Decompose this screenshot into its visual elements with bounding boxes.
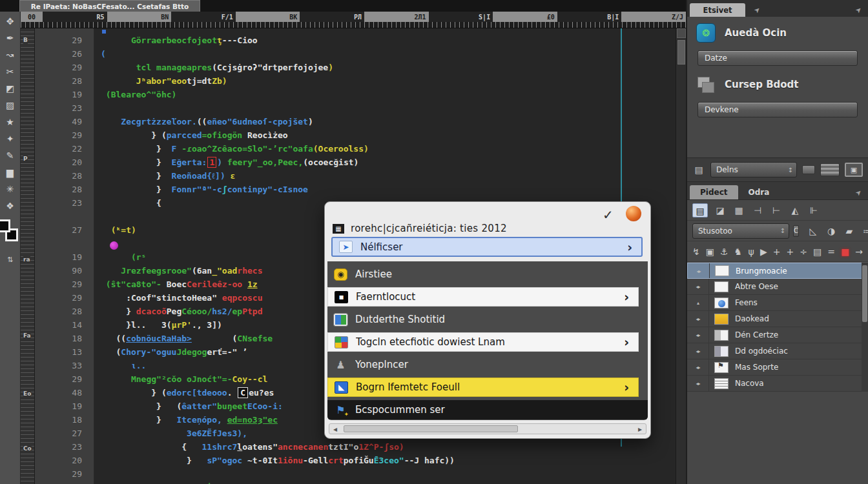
datze-button[interactable]: Datze xyxy=(698,50,858,66)
code-token: rhecs xyxy=(237,266,262,276)
scrollbar-thumb[interactable] xyxy=(862,265,867,322)
code-token: Chory-"oguu xyxy=(121,347,176,357)
swap-colors-icon[interactable]: ⇅ xyxy=(7,256,13,264)
scrollbar-thumb[interactable] xyxy=(677,40,685,65)
check-icon: ✓ xyxy=(603,207,614,223)
foreground-color-swatch[interactable] xyxy=(0,219,10,232)
knight-icon[interactable]: ♞ xyxy=(734,247,743,257)
expand-arrows-icon[interactable]: ◂▸ xyxy=(688,263,710,278)
scissors-tool-icon[interactable]: ✂ xyxy=(1,63,20,80)
stusotoo-dropdown[interactable]: Stusotoo xyxy=(692,223,789,239)
play-icon[interactable]: ▶ xyxy=(760,247,767,257)
menu-item[interactable]: ⚑Бcspocummen ser xyxy=(327,400,648,419)
menu-item[interactable]: ▪Faerntlocuct› xyxy=(327,287,639,307)
scroll-right-icon[interactable]: ▸ xyxy=(634,425,646,434)
corner-icon[interactable]: ◺ xyxy=(807,226,820,236)
tab-pidect[interactable]: Pidect xyxy=(690,185,738,199)
divide-icon[interactable]: ÷ xyxy=(800,247,807,257)
record-icon[interactable]: ■ xyxy=(841,247,849,257)
anchor-icon[interactable]: ⚓ xyxy=(720,247,728,257)
layer-row[interactable]: ◂▸Brungmoacie xyxy=(687,263,868,279)
code-token: (Ccjsġroʔ"drtperfojojee xyxy=(212,63,328,72)
pin-icon[interactable]: ➤ xyxy=(854,188,864,198)
scrollbar-thumb[interactable] xyxy=(344,425,518,432)
document-tab[interactable]: Re IPaeta: NoBasCFesato... Csetafas Btto xyxy=(19,0,200,12)
nav-tool-icon[interactable]: ❖ xyxy=(1,197,20,214)
rows-icon[interactable]: ▤ xyxy=(813,247,822,257)
equals-icon[interactable]: ≔ xyxy=(861,226,868,236)
expand-arrows-icon[interactable]: ▴ xyxy=(687,295,709,310)
code-token: Itceņópo, xyxy=(176,415,227,425)
tab-odra[interactable]: Odra xyxy=(738,185,780,199)
expand-arrows-icon[interactable]: ◂▸ xyxy=(687,376,709,391)
bolt-icon[interactable]: ↯ xyxy=(692,247,700,257)
stack-icon[interactable]: ▦ xyxy=(732,205,745,216)
list-view-icon[interactable]: ▤ xyxy=(692,203,708,217)
contrast-icon[interactable]: ◑ xyxy=(825,226,838,236)
c-button[interactable]: C xyxy=(793,225,799,237)
menu-item[interactable]: ♟Yoneplncer xyxy=(327,355,648,374)
shape-tool-icon[interactable]: ✦ xyxy=(1,130,20,147)
pen-tool-icon[interactable]: ✒ xyxy=(1,30,20,46)
layer-row[interactable]: ◂▸Nacova xyxy=(687,376,868,392)
plus2-icon[interactable]: + xyxy=(787,247,794,257)
expand-arrows-icon[interactable]: ◂▸ xyxy=(687,343,709,359)
fork-icon[interactable]: ψ xyxy=(748,247,754,257)
devkene-button[interactable]: Devkene xyxy=(698,102,858,117)
expand-arrows-icon[interactable]: ◂▸ xyxy=(687,311,709,327)
star-tool-icon[interactable]: ★ xyxy=(1,114,20,130)
ruler-label: BN xyxy=(161,14,169,21)
pin-icon[interactable]: ➤ xyxy=(752,5,763,15)
panel-scrollbar[interactable] xyxy=(862,263,868,392)
attach-icon[interactable]: ⊢ xyxy=(770,205,783,216)
menu-item[interactable]: Togcln etecfiotic dowiest Lnam› xyxy=(327,332,639,352)
arrow-right-icon[interactable]: → xyxy=(855,247,863,257)
layer-row[interactable]: ◂▸Dén Certze xyxy=(687,327,868,343)
mountain-icon[interactable]: ◭ xyxy=(789,205,801,216)
breakpoint-icon[interactable] xyxy=(110,241,118,250)
menu-item[interactable]: ◉Airstiee xyxy=(327,265,648,284)
scroll-left-icon[interactable]: ◂ xyxy=(329,425,341,434)
move-tool-icon[interactable]: ✥ xyxy=(1,13,20,30)
layer-row[interactable]: ◂▸Daokead xyxy=(687,311,868,327)
expand-arrows-icon[interactable]: ◂▸ xyxy=(687,279,709,294)
menu-item-label: Бcspocummen ser xyxy=(355,404,641,416)
panel-tab[interactable]: Etsivet xyxy=(690,3,745,17)
menu-item-selected[interactable]: ➤ Nélficser › xyxy=(331,237,643,257)
equal-icon[interactable]: = xyxy=(827,247,835,257)
code-token: ECoo-i: xyxy=(247,401,283,411)
layer-row[interactable]: ◂▸Abtre Oese xyxy=(687,279,868,295)
brush-tool-icon[interactable]: ✎ xyxy=(1,147,20,164)
gradient-tool-icon[interactable]: ▨ xyxy=(1,97,20,114)
frame-icon[interactable]: ▣ xyxy=(706,247,714,257)
scrollbar-top-button[interactable] xyxy=(677,28,686,38)
ruler-label: BK xyxy=(289,14,297,21)
frame-button[interactable]: ▣ xyxy=(845,163,863,177)
plus-icon[interactable]: + xyxy=(773,247,781,257)
stripe-button[interactable] xyxy=(820,163,840,176)
thumb-view-icon[interactable]: ◪ xyxy=(714,205,727,216)
layer-row[interactable]: ◂▸Dd ogdoéciac xyxy=(687,343,868,359)
layer-row[interactable]: ▴Feens xyxy=(687,295,868,311)
detach-icon[interactable]: ⊣ xyxy=(751,205,764,216)
mini-button[interactable] xyxy=(802,165,815,174)
editor-vertical-scrollbar[interactable] xyxy=(676,28,686,484)
eraser-tool-icon[interactable]: ▆ xyxy=(1,164,20,181)
ruler-segment: 2Л1 xyxy=(364,12,429,22)
ruler-label: P xyxy=(23,155,28,163)
lasso-tool-icon[interactable]: ↝ xyxy=(1,46,20,63)
pipe-icon[interactable]: ⊩ xyxy=(807,205,820,216)
stamp-tool-icon[interactable]: ◩ xyxy=(1,80,20,97)
menu-item[interactable]: ◣Bogrn Ifemtetc Foeull› xyxy=(327,378,639,397)
delns-dropdown[interactable]: Delns xyxy=(710,162,797,177)
ruler-label: Fa xyxy=(23,332,31,339)
pin-icon[interactable]: ➤ xyxy=(854,5,864,15)
wand-tool-icon[interactable]: ✳ xyxy=(1,181,20,197)
popup-horizontal-scrollbar[interactable]: ◂ ▸ xyxy=(329,423,646,434)
bar-icon[interactable]: ▰ xyxy=(843,226,856,236)
expand-arrows-icon[interactable]: ◂▸ xyxy=(687,359,709,375)
menu-item[interactable]: Dutderthe Shotitid xyxy=(327,310,648,329)
expand-arrows-icon[interactable]: ◂▸ xyxy=(687,327,709,343)
orange-sphere-icon[interactable] xyxy=(626,206,641,221)
layer-row[interactable]: ◂▸Mas Soprte xyxy=(687,359,868,376)
